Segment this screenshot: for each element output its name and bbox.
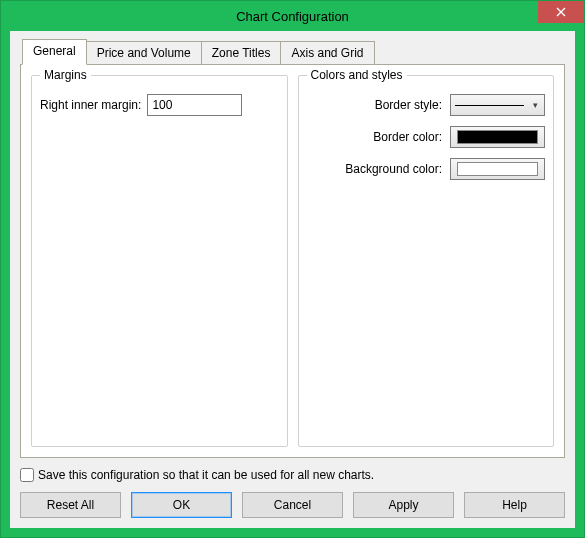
margins-legend: Margins (40, 68, 91, 82)
background-color-swatch (457, 162, 538, 176)
close-icon (556, 7, 566, 17)
border-style-label: Border style: (307, 98, 443, 112)
tab-strip: General Price and Volume Zone Titles Axi… (22, 41, 565, 65)
right-inner-margin-label: Right inner margin: (40, 98, 141, 112)
reset-all-button[interactable]: Reset All (20, 492, 121, 518)
chart-config-window: Chart Configuration General Price and Vo… (0, 0, 585, 538)
tab-zone-titles[interactable]: Zone Titles (201, 41, 282, 65)
colors-styles-group: Colors and styles Border style: ▾ Border… (298, 75, 555, 447)
tab-general[interactable]: General (22, 39, 87, 65)
footer: Save this configuration so that it can b… (20, 458, 565, 518)
client-area: General Price and Volume Zone Titles Axi… (10, 31, 575, 528)
colors-styles-legend: Colors and styles (307, 68, 407, 82)
background-color-label: Background color: (307, 162, 443, 176)
right-inner-margin-input[interactable] (147, 94, 242, 116)
border-color-picker[interactable] (450, 126, 545, 148)
chevron-down-icon: ▾ (528, 100, 542, 110)
tab-panel-general: Margins Right inner margin: Colors and s… (20, 64, 565, 458)
border-color-swatch (457, 130, 538, 144)
background-color-picker[interactable] (450, 158, 545, 180)
cancel-button[interactable]: Cancel (242, 492, 343, 518)
tab-axis-grid[interactable]: Axis and Grid (280, 41, 374, 65)
line-solid-icon (455, 105, 524, 106)
save-config-label: Save this configuration so that it can b… (38, 468, 374, 482)
margins-group: Margins Right inner margin: (31, 75, 288, 447)
help-button[interactable]: Help (464, 492, 565, 518)
titlebar: Chart Configuration (1, 1, 584, 31)
save-config-checkbox[interactable] (20, 468, 34, 482)
apply-button[interactable]: Apply (353, 492, 454, 518)
window-title: Chart Configuration (1, 9, 584, 24)
border-style-combo[interactable]: ▾ (450, 94, 545, 116)
border-color-label: Border color: (307, 130, 443, 144)
button-row: Reset All OK Cancel Apply Help (20, 492, 565, 518)
tab-price-volume[interactable]: Price and Volume (86, 41, 202, 65)
close-button[interactable] (538, 1, 584, 23)
ok-button[interactable]: OK (131, 492, 232, 518)
